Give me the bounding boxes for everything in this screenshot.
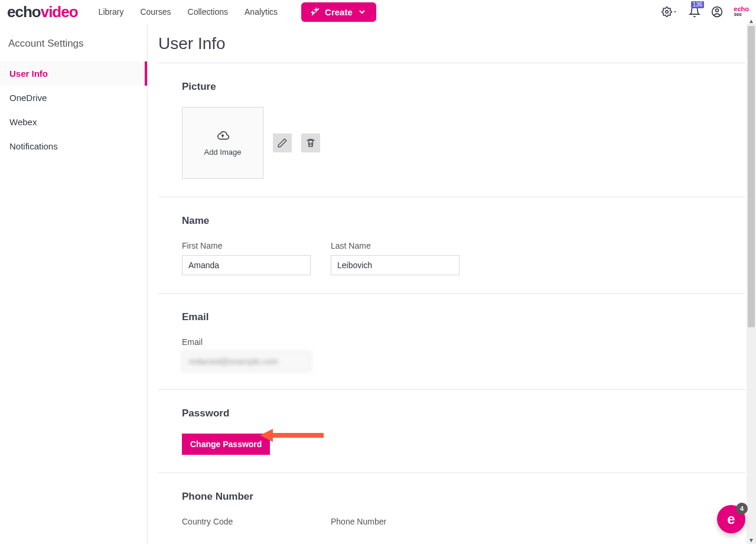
create-button[interactable]: Create (301, 2, 376, 22)
scroll-up-icon[interactable]: ▲ (747, 17, 756, 25)
picture-heading: Picture (182, 81, 722, 93)
nav-links: Library Courses Collections Analytics Cr… (99, 2, 376, 22)
chat-bubble-icon: e (727, 511, 735, 527)
chat-badge: 4 (736, 503, 748, 514)
scrollbar[interactable]: ▲ ▼ (747, 24, 756, 544)
svg-point-2 (716, 9, 719, 12)
page-title: User Info (158, 34, 745, 53)
sidebar-item-onedrive[interactable]: OneDrive (0, 86, 147, 110)
sidebar-item-webex[interactable]: Webex (0, 110, 147, 134)
country-code-label: Country Code (182, 517, 311, 526)
magic-wand-icon (311, 7, 320, 17)
add-image-label: Add Image (204, 148, 242, 157)
user-circle-icon (711, 6, 723, 18)
svg-point-0 (666, 11, 669, 14)
name-section: Name First Name Last Name (158, 197, 745, 294)
password-section: Password Change Password (158, 390, 745, 473)
gear-icon (662, 6, 672, 17)
password-heading: Password (182, 408, 722, 419)
nav-library[interactable]: Library (99, 7, 124, 17)
phone-number-group: Phone Number (331, 517, 460, 526)
page-layout: Account Settings User Info OneDrive Webe… (0, 24, 756, 544)
account-button[interactable] (711, 6, 723, 18)
main-content: User Info Picture Add Image Name (148, 24, 756, 544)
picture-section: Picture Add Image (158, 63, 745, 197)
phone-heading: Phone Number (182, 491, 722, 503)
brand-logo[interactable]: echovideo (7, 3, 78, 21)
email-label: Email (182, 337, 311, 347)
change-password-button[interactable]: Change Password (182, 434, 270, 455)
settings-button[interactable] (662, 6, 678, 17)
pencil-icon (277, 138, 288, 148)
first-name-group: First Name (182, 241, 311, 275)
email-input (182, 351, 311, 372)
email-row: Email (182, 337, 722, 372)
phone-section: Phone Number Country Code Phone Number (158, 473, 745, 526)
picture-row: Add Image (182, 107, 722, 179)
name-heading: Name (182, 215, 722, 227)
create-label: Create (325, 7, 353, 17)
last-name-group: Last Name (331, 241, 460, 275)
chevron-down-icon (357, 7, 367, 17)
email-heading: Email (182, 311, 722, 323)
email-section: Email Email (158, 294, 745, 390)
trash-icon (305, 138, 316, 148)
caret-down-icon (672, 9, 678, 15)
email-group: Email (182, 337, 311, 372)
first-name-input[interactable] (182, 255, 311, 275)
last-name-input[interactable] (331, 255, 460, 275)
name-row: First Name Last Name (182, 241, 722, 275)
topbar-right: 136 echo 360 (662, 6, 749, 18)
edit-picture-button[interactable] (273, 133, 292, 152)
brand-echo: echo (7, 3, 41, 21)
notifications-button[interactable]: 136 (689, 6, 700, 18)
country-code-group: Country Code (182, 517, 311, 526)
chat-bubble-button[interactable]: e 4 (717, 505, 745, 533)
add-image-box[interactable]: Add Image (182, 107, 263, 179)
scroll-down-icon[interactable]: ▼ (747, 536, 756, 544)
notifications-badge: 136 (691, 1, 705, 8)
nav-collections[interactable]: Collections (188, 7, 228, 17)
sidebar-title: Account Settings (0, 34, 147, 61)
sidebar: Account Settings User Info OneDrive Webe… (0, 24, 148, 544)
last-name-label: Last Name (331, 241, 460, 250)
brand-video: video (41, 3, 78, 21)
echo360-logo[interactable]: echo 360 (734, 6, 749, 17)
top-navbar: echovideo Library Courses Collections An… (0, 0, 756, 24)
delete-picture-button[interactable] (301, 133, 320, 152)
phone-row: Country Code Phone Number (182, 517, 722, 526)
nav-courses[interactable]: Courses (140, 7, 171, 17)
scrollbar-thumb[interactable] (748, 26, 755, 327)
first-name-label: First Name (182, 241, 311, 250)
cloud-upload-icon (215, 130, 230, 143)
nav-analytics[interactable]: Analytics (245, 7, 278, 17)
phone-number-label: Phone Number (331, 517, 460, 526)
sidebar-item-notifications[interactable]: Notifications (0, 134, 147, 158)
sidebar-item-user-info[interactable]: User Info (0, 61, 147, 86)
